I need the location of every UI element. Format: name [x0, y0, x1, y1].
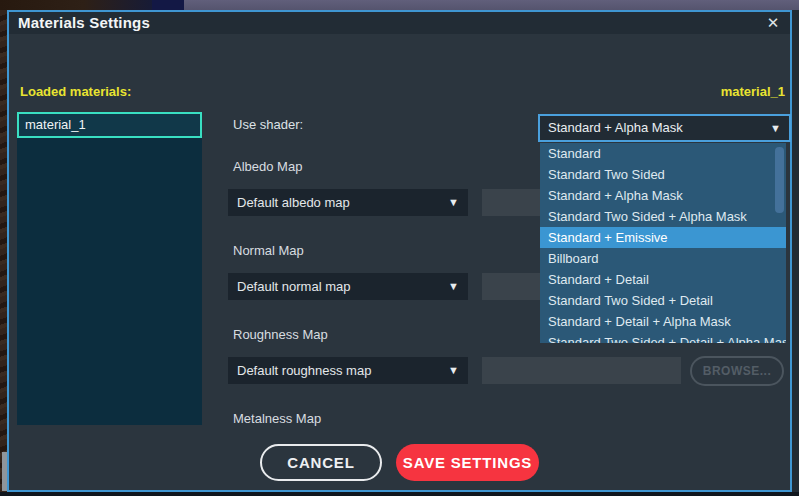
normal-map-dropdown-value: Default normal map — [237, 273, 350, 300]
background-app-strip-brown — [0, 0, 152, 10]
shader-options-list: Standard Standard Two Sided Standard + A… — [540, 143, 786, 343]
albedo-map-dropdown[interactable]: Default albedo map ▼ — [228, 189, 468, 216]
shader-option[interactable]: Standard — [540, 143, 786, 164]
dialog-titlebar: Materials Settings ✕ — [9, 12, 790, 34]
shader-option[interactable]: Standard + Detail — [540, 269, 786, 290]
shader-option[interactable]: Standard + Detail + Alpha Mask — [540, 311, 786, 332]
background-bottom-strip — [0, 492, 799, 496]
shader-option[interactable]: Standard + Alpha Mask — [540, 185, 786, 206]
roughness-map-path-input[interactable] — [482, 357, 681, 384]
close-icon[interactable]: ✕ — [762, 12, 784, 34]
loaded-materials-label: Loaded materials: — [20, 84, 131, 99]
chevron-down-icon: ▼ — [448, 273, 459, 300]
metalness-map-label: Metalness Map — [233, 411, 321, 426]
shader-option[interactable]: Standard Two Sided — [540, 164, 786, 185]
background-app-strip-purple — [184, 0, 799, 10]
shader-dropdown[interactable]: Standard + Alpha Mask ▼ — [538, 114, 791, 142]
chevron-down-icon: ▼ — [448, 357, 459, 384]
background-scene-wood-texture — [0, 10, 7, 496]
selected-material-badge: material_1 — [721, 84, 785, 99]
shader-dropdown-value: Standard + Alpha Mask — [548, 116, 683, 140]
save-settings-button[interactable]: SAVE SETTINGS — [396, 444, 539, 481]
shader-option[interactable]: Standard Two Sided + Alpha Mask — [540, 206, 786, 227]
roughness-browse-button[interactable]: BROWSE... — [690, 356, 784, 386]
roughness-map-dropdown[interactable]: Default roughness map ▼ — [228, 357, 468, 384]
background-app-strip-navy — [152, 0, 184, 10]
chevron-down-icon: ▼ — [448, 189, 459, 216]
material-list-item[interactable]: material_1 — [17, 112, 202, 138]
roughness-map-dropdown-value: Default roughness map — [237, 357, 371, 384]
cancel-button[interactable]: CANCEL — [260, 444, 382, 481]
normal-map-label: Normal Map — [233, 243, 304, 258]
shader-option[interactable]: Standard Two Sided + Detail — [540, 290, 786, 311]
shader-option[interactable]: Standard Two Sided + Detail + Alpha Mask — [540, 332, 786, 343]
roughness-map-label: Roughness Map — [233, 327, 328, 342]
background-right-strip — [792, 10, 799, 492]
chevron-down-icon: ▼ — [770, 116, 781, 140]
materials-list: material_1 — [17, 112, 202, 425]
scrollbar-thumb[interactable] — [775, 147, 784, 213]
albedo-map-dropdown-value: Default albedo map — [237, 189, 350, 216]
materials-settings-dialog: Materials Settings ✕ Loaded materials: m… — [7, 10, 792, 492]
shader-option-highlighted[interactable]: Standard + Emissive — [540, 227, 786, 248]
albedo-map-label: Albedo Map — [233, 159, 302, 174]
shader-option[interactable]: Billboard — [540, 248, 786, 269]
normal-map-dropdown[interactable]: Default normal map ▼ — [228, 273, 468, 300]
dialog-title: Materials Settings — [18, 12, 150, 34]
use-shader-label: Use shader: — [233, 115, 303, 135]
